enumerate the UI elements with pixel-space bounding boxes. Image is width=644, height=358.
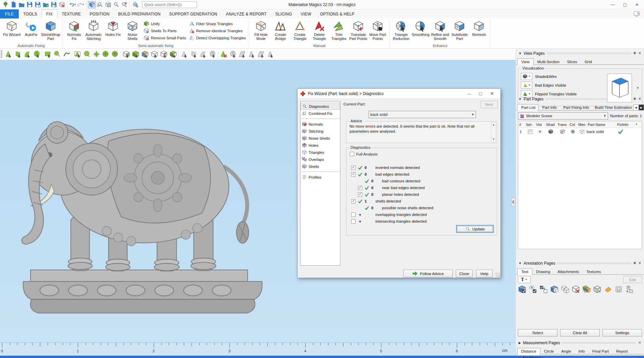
ribbon-item-filter-sharp-triangles[interactable]: Filter Sharp Triangles [189, 20, 246, 27]
view-pages-header[interactable]: ▼ View Pages ✚ ✕ [516, 49, 644, 57]
tab-view-slices[interactable]: Slices [563, 59, 581, 65]
menu-slicing[interactable]: SLICING [271, 9, 296, 18]
minimize-button[interactable]: — [607, 1, 619, 9]
transparency-icon[interactable] [560, 129, 565, 134]
parts-export-list-icon[interactable] [625, 285, 634, 294]
toolbar-grip[interactable] [1, 50, 2, 58]
mark-triangle-icon[interactable] [4, 50, 13, 59]
ribbon-item-remesh[interactable]: Remesh [469, 20, 489, 37]
tab-measurement-report[interactable]: Report [612, 348, 632, 354]
update-button[interactable]: Update [456, 225, 494, 233]
close-button-dialog[interactable]: Close [456, 270, 473, 277]
current-part-dropdown[interactable]: back solid▼ [369, 111, 476, 118]
scene-dropdown[interactable]: Modeler Scene▼ [518, 112, 608, 120]
ribbon-item-remove-small-parts[interactable]: Remove Small Parts [144, 35, 186, 41]
expand-arrow-icon[interactable]: ▶ [519, 357, 521, 358]
diag-checkbox[interactable] [351, 219, 356, 224]
advice-scrollbar[interactable]: ▲▼ [491, 123, 496, 142]
part-row[interactable]: 1back solid [518, 128, 642, 135]
fix-page-profiles[interactable]: Profiles [301, 174, 340, 181]
unmark-triangles-icon[interactable] [219, 50, 228, 59]
follow-advice-button[interactable]: Follow Advice [403, 270, 453, 277]
zoom-unmark-icon[interactable] [120, 1, 128, 8]
ribbon-item-fix-wizard[interactable]: Fix Wizard [2, 20, 21, 37]
settings-button[interactable]: Settings [602, 329, 642, 337]
shade-mode-icon[interactable] [548, 129, 553, 134]
menu-analyze-report[interactable]: ANALYZE & REPORT [222, 9, 271, 18]
mark-all-icon[interactable] [168, 50, 178, 59]
diag-checkbox[interactable] [358, 192, 362, 197]
column-header-visi[interactable]: Visi [535, 123, 545, 127]
zoom-selected-icon[interactable] [96, 1, 104, 8]
tab-view-grid[interactable]: Grid [581, 59, 596, 65]
ghost-surface-icon[interactable] [198, 50, 208, 59]
tab-part-part-fixing-info[interactable]: Part Fixing Info [559, 104, 591, 110]
tab-part-build-time-estimation[interactable]: Build Time Estimation [591, 104, 633, 110]
collapse-arrow-icon[interactable]: ▼ [519, 262, 522, 265]
tab-scroll-left-icon[interactable]: ◀ [633, 104, 639, 110]
export-part-icon[interactable] [50, 1, 58, 8]
collapse-arrow-icon[interactable]: ▼ [519, 52, 522, 55]
zoom-fit-icon[interactable] [88, 1, 96, 8]
eye-icon[interactable] [537, 129, 543, 134]
undo-icon[interactable]: ▼ [69, 1, 77, 8]
diag-checkbox[interactable] [351, 166, 356, 170]
tri-flip-button[interactable]: ▼ [521, 90, 532, 97]
parts-tag-icon[interactable] [604, 285, 612, 294]
elephant-model[interactable] [17, 80, 290, 322]
fix-page-stitching[interactable]: Stitching [301, 128, 340, 135]
color-icon[interactable] [570, 129, 576, 134]
expand-arrow-icon[interactable]: ▶ [519, 341, 521, 345]
fix-page-noise-shells[interactable]: Noise Shells [301, 135, 340, 142]
column-header-shad[interactable]: Shad [545, 123, 556, 127]
ribbon-item-automatic-stitching[interactable]: Automatic Stitching [84, 20, 103, 41]
diag-checkbox[interactable] [351, 199, 356, 204]
ghost-tri3-icon[interactable] [266, 50, 275, 59]
ribbon-item-unify[interactable]: Unify [144, 20, 186, 27]
fix-wizard-dialog[interactable]: Fix Wizard (Part: back solid) > Diagnost… [297, 88, 501, 278]
pin-icon[interactable]: ✚ [633, 261, 636, 265]
edit-annotation-button[interactable]: Edit [623, 276, 642, 283]
tab-measurement-angle[interactable]: Angle [557, 348, 575, 354]
tab-measurement-final-part[interactable]: Final Part [589, 348, 612, 354]
dialog-close-button[interactable]: ✕ [486, 90, 498, 97]
ribbon-item-translate-part-points[interactable]: Translate Part Points [348, 20, 368, 41]
maximize-button[interactable]: ▢ [619, 1, 631, 9]
diag-checkbox[interactable] [351, 213, 356, 217]
ribbon-item-create-bridge[interactable]: Create Bridge [271, 20, 290, 41]
help-button[interactable]: Help [476, 270, 493, 277]
mark-surface-icon[interactable] [32, 50, 41, 59]
parts-machine-icon[interactable] [614, 285, 623, 294]
dialog-maximize-button[interactable]: ▢ [475, 90, 486, 97]
tab-measurement-info[interactable]: Info [575, 348, 589, 354]
mark-shell-icon[interactable] [121, 50, 131, 59]
mark-part-icon[interactable] [131, 50, 140, 59]
fix-page-holes[interactable]: Holes [301, 142, 340, 149]
column-header-sel[interactable]: Sel: [525, 123, 535, 127]
tab-annotation-text[interactable]: Text [517, 268, 532, 275]
parts-invert-selection-icon[interactable] [539, 285, 548, 294]
close-panel-icon[interactable]: ✕ [638, 341, 641, 345]
fix-page-triangles[interactable]: Triangles [301, 149, 340, 156]
customize-ui-icon[interactable] [633, 11, 641, 17]
ghost-shell-icon[interactable] [208, 50, 217, 59]
ghost-blob-icon[interactable] [228, 50, 237, 59]
ribbon-item-shells-to-parts[interactable]: Shells To Parts [144, 28, 186, 34]
mark-circle-icon[interactable] [52, 50, 62, 59]
column-header-fixinfo[interactable]: FixInfo [616, 123, 633, 127]
ribbon-item-fill-hole-mode[interactable]: Fill Hole Mode [251, 20, 271, 41]
column-header-col[interactable]: Col [569, 123, 577, 127]
import-part-icon[interactable] [42, 1, 50, 8]
part-list-table[interactable]: #Sel:VisiShadTransColMenPart NameFixInfo… [518, 121, 642, 249]
pin-icon[interactable]: ✚ [633, 51, 636, 55]
ribbon-item-move-part-points[interactable]: Move Part Points [368, 20, 387, 41]
tab-measurement-circle[interactable]: Circle [540, 348, 557, 354]
ghost-slant-icon[interactable] [237, 50, 247, 59]
fix-page-normals[interactable]: Normals [301, 121, 340, 128]
ribbon-item-create-triangle[interactable]: Create Triangle [290, 20, 310, 41]
ribbon-item-shrinkwrap-part[interactable]: ShrinkWrap Part [41, 20, 60, 41]
quick-search-input[interactable] [142, 1, 197, 8]
tab-view-view[interactable]: View [517, 58, 534, 65]
menu-file[interactable]: FILE [0, 9, 19, 18]
parts-move-icon[interactable] [593, 285, 601, 294]
